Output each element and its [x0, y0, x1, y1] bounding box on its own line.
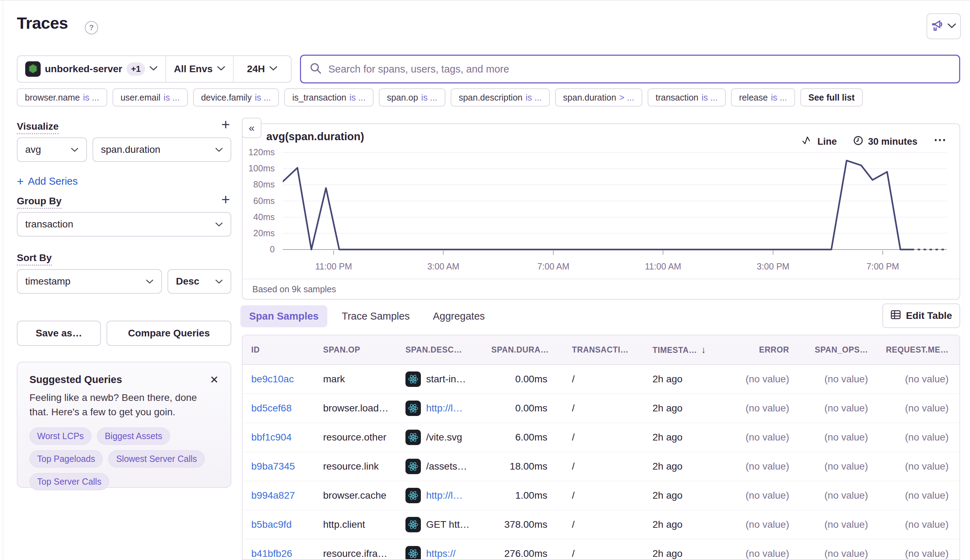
chart-title: avg(span.duration)	[266, 130, 364, 143]
filter-chips-row: browser.nameis ...user.emailis ...device…	[17, 88, 960, 107]
span-duration-cell: 378.00ms	[491, 519, 547, 530]
react-icon	[405, 400, 421, 416]
column-header-transacti-[interactable]: TRANSACTI…	[547, 345, 638, 355]
filter-chip-op: is ...	[163, 93, 180, 103]
add-group-by-button[interactable]: +	[218, 192, 233, 207]
project-selector[interactable]: unborked-server +1	[18, 56, 165, 82]
environment-selector[interactable]: All Envs	[165, 56, 233, 82]
error-cell: (no value)	[714, 461, 789, 472]
span-description-text: start-in…	[426, 373, 466, 385]
tab-span-samples[interactable]: Span Samples	[240, 305, 327, 327]
request-method-cell: (no value)	[868, 490, 948, 501]
span-op-cell: resource.link	[323, 461, 405, 472]
span-id-link[interactable]: b5bac9fd	[251, 519, 323, 530]
y-axis-label: 0	[242, 244, 275, 254]
aggregate-value: avg	[25, 144, 41, 155]
aggregate-select[interactable]: avg	[17, 137, 87, 162]
filter-chip-span.op[interactable]: span.opis ...	[379, 88, 445, 107]
suggested-query-chip[interactable]: Top Server Calls	[30, 473, 109, 490]
chevron-down-icon	[146, 279, 153, 284]
add-visualize-button[interactable]: +	[218, 117, 233, 132]
column-header-span-ops-[interactable]: SPAN_OPS…	[789, 345, 868, 355]
sort-direction-select[interactable]: Desc	[168, 269, 231, 294]
see-full-list-button[interactable]: See full list	[800, 88, 863, 107]
span-id-link[interactable]: b9ba7345	[251, 461, 323, 472]
suggested-query-chip[interactable]: Biggest Assets	[97, 428, 170, 445]
column-header-id[interactable]: ID	[251, 345, 323, 355]
group-by-select[interactable]: transaction	[17, 212, 231, 237]
compare-queries-button[interactable]: Compare Queries	[107, 321, 231, 346]
span-description-text[interactable]: http://l…	[426, 403, 463, 414]
span-description-text[interactable]: https://	[426, 548, 455, 559]
sort-by-heading: Sort By	[17, 252, 52, 263]
span-op-cell: http.client	[323, 519, 405, 530]
error-cell: (no value)	[714, 548, 789, 559]
error-cell: (no value)	[714, 490, 789, 501]
filter-chip-span.description[interactable]: span.descriptionis ...	[451, 88, 550, 107]
help-icon[interactable]: ?	[85, 21, 98, 34]
y-axis-label: 40ms	[242, 212, 275, 222]
span-id-link[interactable]: b994a827	[251, 490, 323, 501]
filter-chip-span.duration[interactable]: span.duration> ...	[555, 88, 642, 107]
chevron-down-icon	[269, 66, 278, 72]
date-range-selector[interactable]: 24H	[233, 56, 291, 82]
add-series-button[interactable]: + Add Series	[17, 175, 78, 188]
filter-chip-op: > ...	[619, 93, 634, 103]
tab-trace-samples[interactable]: Trace Samples	[333, 305, 418, 327]
collapse-sidebar-button[interactable]: «	[242, 118, 262, 138]
save-as-button[interactable]: Save as…	[17, 321, 101, 346]
column-header-timesta-[interactable]: TIMESTA…↓	[638, 345, 714, 355]
timestamp-value: 2h ago	[653, 403, 683, 414]
span-id-link[interactable]: bd5cef68	[251, 403, 323, 414]
filter-chip-key: transaction	[656, 93, 698, 103]
suggested-query-chip[interactable]: Worst LCPs	[30, 428, 92, 445]
span-id-link[interactable]: bbf1c904	[251, 432, 323, 443]
filter-chip-release[interactable]: releaseis ...	[731, 88, 795, 107]
column-header-span-dura-[interactable]: SPAN.DURA…	[491, 345, 547, 355]
span-description-cell: /vite.svg	[405, 430, 491, 445]
column-header-span-op[interactable]: SPAN.OP	[323, 345, 405, 355]
chevron-down-icon	[947, 23, 956, 30]
request-method-cell: (no value)	[868, 519, 948, 530]
suggested-query-chip[interactable]: Slowest Server Calls	[108, 450, 205, 467]
column-header-request-me-[interactable]: REQUEST.ME…	[868, 345, 948, 355]
span-description-cell: https://	[405, 546, 491, 560]
request-method-cell: (no value)	[868, 432, 948, 443]
span-ops-cell: (no value)	[789, 490, 868, 501]
whats-new-button[interactable]	[927, 13, 961, 39]
span-description-text[interactable]: http://l…	[426, 490, 463, 501]
y-axis-label: 80ms	[242, 180, 275, 190]
filter-chip-key: device.family	[201, 93, 252, 103]
field-select[interactable]: span.duration	[93, 137, 231, 162]
filter-chip-op: is ...	[421, 93, 437, 103]
tab-aggregates[interactable]: Aggregates	[424, 305, 493, 327]
filter-chip-op: is ...	[702, 93, 718, 103]
project-name: unborked-server	[45, 63, 122, 75]
filter-chip-device.family[interactable]: device.familyis ...	[193, 88, 279, 107]
table-row: b994a827browser.cachehttp://l…1.00ms/2h …	[242, 481, 960, 510]
y-axis-label: 100ms	[242, 163, 275, 173]
search-input[interactable]	[328, 63, 951, 75]
filter-chip-transaction[interactable]: transactionis ...	[648, 88, 726, 107]
column-header-span-desc-[interactable]: SPAN.DESC…	[405, 345, 491, 355]
filter-chip-op: is ...	[255, 93, 271, 103]
filter-chip-user.email[interactable]: user.emailis ...	[112, 88, 188, 107]
suggested-queries-title: Suggested Queries	[30, 374, 122, 385]
span-id-link[interactable]: be9c10ac	[251, 373, 323, 385]
chevron-down-icon	[215, 279, 223, 284]
date-range-label: 24H	[247, 63, 265, 75]
span-id-link[interactable]: b41bfb26	[251, 548, 323, 559]
timestamp-value: 2h ago	[653, 490, 683, 501]
edit-table-button[interactable]: Edit Table	[882, 303, 960, 328]
sort-field-value: timestamp	[25, 276, 70, 287]
span-duration-cell: 0.00ms	[491, 403, 547, 414]
sort-field-select[interactable]: timestamp	[17, 269, 162, 294]
table-body: be9c10acmarkstart-in…0.00ms/2h ago(no va…	[242, 365, 960, 560]
filter-chip-is_transaction[interactable]: is_transactionis ...	[284, 88, 373, 107]
suggested-query-chip[interactable]: Top Pageloads	[30, 450, 103, 467]
timestamp-cell: 2h ago	[638, 403, 714, 414]
column-header-error[interactable]: ERROR	[714, 345, 789, 355]
close-icon[interactable]: ✕	[210, 373, 219, 386]
span-op-cell: mark	[323, 373, 405, 385]
filter-chip-browser.name[interactable]: browser.nameis ...	[17, 88, 107, 107]
